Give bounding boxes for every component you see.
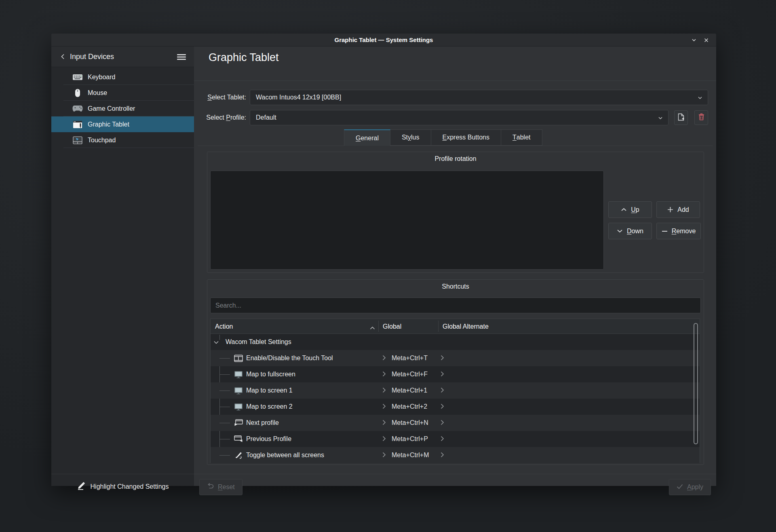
sidebar-item-graphic-tablet[interactable]: Graphic Tablet xyxy=(51,116,194,132)
column-global-alternate[interactable]: Global Alternate xyxy=(443,319,489,334)
chevron-right-icon[interactable] xyxy=(382,371,386,378)
select-tablet-label: Select Tablet: xyxy=(198,94,246,101)
shortcut-row-map-screen-1[interactable]: Map to screen 1 Meta+Ctrl+1 xyxy=(211,382,700,399)
chevron-right-icon[interactable] xyxy=(382,436,386,443)
shortcut-row-touch-tool[interactable]: Enable/Disable the Touch Tool Meta+Ctrl+… xyxy=(211,350,700,366)
search-input[interactable] xyxy=(210,298,701,313)
sidebar-item-keyboard[interactable]: Keyboard xyxy=(51,69,194,85)
tab-tablet[interactable]: Tablet xyxy=(501,129,542,146)
table-scrollbar[interactable] xyxy=(694,323,698,444)
sidebar-item-mouse[interactable]: Mouse xyxy=(51,85,194,101)
apply-button[interactable]: Apply xyxy=(669,479,711,495)
delete-profile-button[interactable] xyxy=(694,110,708,125)
close-icon[interactable] xyxy=(701,35,711,45)
sidebar-title: Input Devices xyxy=(70,46,114,67)
sidebar-item-game-controller[interactable]: Game Controller xyxy=(51,101,194,116)
tab-general[interactable]: General xyxy=(344,129,390,146)
shortcut-row-next-profile[interactable]: Next profile Meta+Ctrl+N xyxy=(211,415,700,431)
sidebar: Input Devices Keyboard Mouse xyxy=(51,46,194,486)
tab-express-buttons[interactable]: Express Buttons xyxy=(431,129,502,146)
hamburger-menu-icon[interactable] xyxy=(176,52,187,62)
shortcuts-table: Action Global Global Alternate Wacom Tab… xyxy=(210,319,700,463)
chevron-down-icon xyxy=(617,229,623,233)
chevron-right-icon[interactable] xyxy=(382,452,386,459)
monitor-icon xyxy=(234,386,243,395)
select-profile-label: Select Profile: xyxy=(198,114,246,121)
down-button[interactable]: Down xyxy=(608,223,652,239)
monitor-icon xyxy=(234,402,243,411)
touch-tool-icon xyxy=(234,354,243,363)
profile-rotation-list[interactable] xyxy=(210,171,604,270)
bottom-bar-separator xyxy=(194,474,716,474)
chevron-right-icon[interactable] xyxy=(440,355,444,362)
keyboard-icon xyxy=(72,72,83,82)
shortcuts-group: Shortcuts Action Global Global Alternate xyxy=(207,279,704,465)
column-global[interactable]: Global xyxy=(383,319,401,334)
system-settings-window: Graphic Tablet — System Settings Input D… xyxy=(51,34,716,486)
back-icon[interactable] xyxy=(58,51,68,62)
window-next-icon xyxy=(234,418,243,427)
heading-separator xyxy=(194,80,716,81)
sidebar-item-label: Mouse xyxy=(88,89,107,97)
table-header: Action Global Global Alternate xyxy=(211,319,700,334)
sidebar-item-touchpad[interactable]: Touchpad xyxy=(51,132,194,148)
plus-icon xyxy=(667,207,673,213)
shortcut-group-row[interactable]: Wacom Tablet Settings xyxy=(211,334,700,350)
remove-button[interactable]: Remove xyxy=(656,223,701,239)
new-profile-button[interactable] xyxy=(674,110,688,125)
chevron-right-icon[interactable] xyxy=(440,371,444,378)
chevron-right-icon[interactable] xyxy=(382,355,386,362)
sidebar-item-label: Game Controller xyxy=(88,105,135,112)
chevron-right-icon[interactable] xyxy=(440,420,444,427)
monitor-icon xyxy=(234,370,243,379)
collapse-expander-icon[interactable] xyxy=(213,339,219,346)
chevron-right-icon[interactable] xyxy=(440,403,444,411)
shortcut-row-map-screen-2[interactable]: Map to screen 2 Meta+Ctrl+2 xyxy=(211,399,700,415)
chevron-down-icon xyxy=(658,115,663,122)
add-button[interactable]: Add xyxy=(656,201,700,218)
minimize-icon[interactable] xyxy=(689,35,699,45)
chevron-down-icon xyxy=(697,95,703,102)
gamepad-icon xyxy=(72,104,83,114)
trash-icon xyxy=(698,113,704,122)
chevron-right-icon[interactable] xyxy=(440,452,444,459)
touchpad-icon xyxy=(72,135,83,145)
page-title: Graphic Tablet xyxy=(209,51,279,64)
highlighter-icon xyxy=(77,482,86,492)
window-title: Graphic Tablet — System Settings xyxy=(51,34,716,46)
profile-rotation-title: Profile rotation xyxy=(207,155,704,163)
chevron-right-icon[interactable] xyxy=(440,387,444,395)
profile-combobox[interactable]: Default xyxy=(250,110,668,125)
shortcut-row-toggle-screens[interactable]: Toggle between all screens Meta+Ctrl+M xyxy=(211,447,700,463)
shortcuts-title: Shortcuts xyxy=(207,283,704,290)
up-button[interactable]: Up xyxy=(608,201,652,218)
chevron-right-icon[interactable] xyxy=(440,436,444,443)
undo-icon xyxy=(207,483,214,491)
reset-button[interactable]: Reset xyxy=(199,479,242,495)
tab-stylus[interactable]: Stylus xyxy=(390,129,431,146)
document-new-icon xyxy=(678,113,684,122)
content-area: Graphic Tablet Select Tablet: Wacom Intu… xyxy=(194,46,716,486)
sidebar-item-label: Graphic Tablet xyxy=(88,121,129,128)
titlebar[interactable]: Graphic Tablet — System Settings xyxy=(51,34,716,46)
chevron-right-icon[interactable] xyxy=(382,387,386,395)
sidebar-item-label: Touchpad xyxy=(88,137,116,144)
highlight-changed-settings-button[interactable]: Highlight Changed Settings xyxy=(51,474,194,499)
check-icon xyxy=(677,483,683,491)
minus-icon xyxy=(662,230,668,232)
pen-icon xyxy=(234,451,243,460)
window-previous-icon xyxy=(234,435,243,443)
tablet-combobox[interactable]: Wacom Intuos4 12x19 [00BB] xyxy=(250,90,708,105)
profile-rotation-group: Profile rotation Up Add Down Remove xyxy=(207,152,704,273)
chevron-right-icon[interactable] xyxy=(382,403,386,411)
sidebar-item-label: Keyboard xyxy=(88,74,116,81)
shortcut-row-map-fullscreen[interactable]: Map to fullscreen Meta+Ctrl+F xyxy=(211,366,700,382)
chevron-right-icon[interactable] xyxy=(382,420,386,427)
graphic-tablet-icon xyxy=(72,120,83,129)
sidebar-header: Input Devices xyxy=(51,46,194,67)
sidebar-items: Keyboard Mouse Game Controller xyxy=(51,69,194,148)
column-action[interactable]: Action xyxy=(215,319,233,334)
chevron-up-icon xyxy=(621,207,627,212)
tab-bar: General Stylus Express Buttons Tablet xyxy=(344,129,542,146)
shortcut-row-previous-profile[interactable]: Previous Profile Meta+Ctrl+P xyxy=(211,431,700,447)
